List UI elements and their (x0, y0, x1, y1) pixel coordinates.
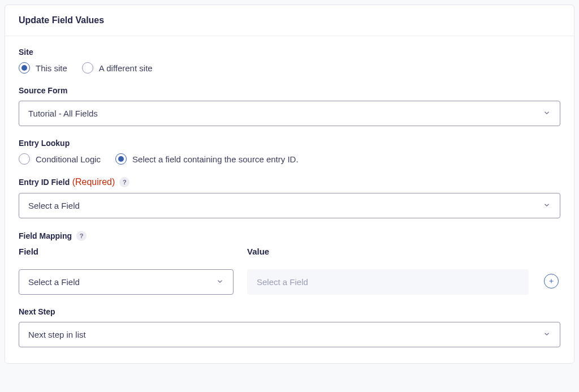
radio-label: Conditional Logic (36, 154, 101, 164)
entry-id-field-select[interactable]: Select a Field (19, 193, 560, 218)
site-group: Site This site A different site (19, 48, 560, 74)
help-icon[interactable]: ? (119, 177, 129, 187)
entry-lookup-radio-select-field[interactable]: Select a field containing the source ent… (115, 153, 299, 165)
site-label: Site (19, 48, 560, 57)
chevron-down-icon (543, 201, 551, 210)
value-column-header: Value (247, 247, 529, 256)
source-form-label: Source Form (19, 86, 560, 95)
entry-lookup-label: Entry Lookup (19, 139, 560, 148)
panel-body: Site This site A different site Source F… (5, 36, 574, 363)
next-step-select[interactable]: Next step in list (19, 322, 560, 347)
select-value: Select a Field (28, 277, 80, 287)
entry-lookup-group: Entry Lookup Conditional Logic Select a … (19, 139, 560, 165)
entry-id-field-group: Entry ID Field (Required) ? Select a Fie… (19, 177, 560, 218)
panel-header: Update Field Values (5, 5, 574, 36)
next-step-group: Next Step Next step in list (19, 307, 560, 347)
radio-icon (82, 62, 93, 74)
mapping-field-select[interactable]: Select a Field (19, 269, 234, 295)
add-mapping-button[interactable] (544, 274, 559, 288)
entry-id-field-label: Entry ID Field (19, 178, 70, 187)
settings-panel: Update Field Values Site This site A dif… (5, 5, 574, 364)
site-radio-row: This site A different site (19, 62, 560, 74)
radio-icon (19, 153, 30, 165)
help-icon[interactable]: ? (76, 231, 87, 241)
chevron-down-icon (543, 109, 551, 118)
source-form-group: Source Form Tutorial - All Fields (19, 86, 560, 126)
radio-label: This site (36, 63, 67, 73)
field-mapping-label: Field Mapping (19, 231, 72, 240)
panel-title: Update Field Values (19, 15, 560, 25)
chevron-down-icon (543, 330, 551, 339)
select-value: Next step in list (28, 330, 86, 339)
required-indicator: (Required) (72, 177, 115, 187)
field-column-header: Field (19, 247, 234, 256)
source-form-select[interactable]: Tutorial - All Fields (19, 101, 560, 126)
select-value: Select a Field (28, 201, 80, 210)
entry-lookup-radio-row: Conditional Logic Select a field contain… (19, 153, 560, 165)
site-radio-different[interactable]: A different site (82, 62, 153, 74)
mapping-value-input[interactable]: Select a Field (247, 269, 529, 295)
radio-icon (115, 153, 127, 165)
radio-label: A different site (99, 63, 153, 73)
site-radio-this[interactable]: This site (19, 62, 67, 74)
select-value: Tutorial - All Fields (28, 109, 98, 118)
chevron-down-icon (216, 277, 224, 287)
radio-icon (19, 62, 30, 74)
value-placeholder: Select a Field (257, 277, 308, 287)
radio-label: Select a field containing the source ent… (132, 154, 299, 164)
field-mapping-group: Field Mapping ? Field Value Select a Fie… (19, 231, 560, 295)
mapping-row: Select a Field Select a Field (19, 268, 560, 295)
entry-lookup-radio-conditional[interactable]: Conditional Logic (19, 153, 101, 165)
next-step-label: Next Step (19, 307, 560, 316)
